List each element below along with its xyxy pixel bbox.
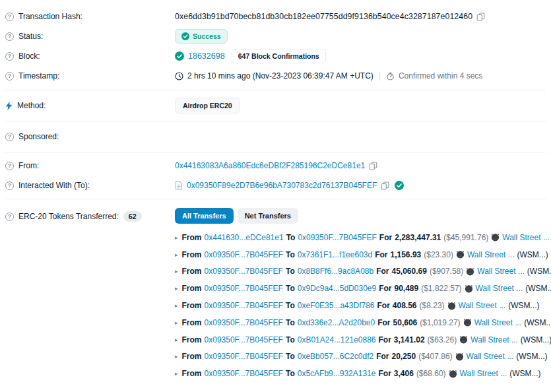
tab-net-transfers[interactable]: Net Transfers xyxy=(238,208,298,224)
for-word: For xyxy=(377,318,390,327)
transfer-row: ▸ From 0x09350F...7B045FEF To 0x9Dc9a4..… xyxy=(175,280,551,297)
transfer-from-address[interactable]: 0x09350F...7B045FEF xyxy=(205,352,283,361)
copy-icon[interactable] xyxy=(381,181,389,190)
transfer-usd-value: ($23.30) xyxy=(424,250,453,259)
transfer-usd-value: ($1,019.27) xyxy=(420,318,460,327)
transfers-list: ▸ From 0x441630...eDCe81e1 To 0x09350F..… xyxy=(175,229,551,382)
transfer-from-address[interactable]: 0x09350F...7B045FEF xyxy=(205,335,283,344)
transfer-from-address[interactable]: 0x09350F...7B045FEF xyxy=(205,267,283,276)
transfer-token-symbol: (WSM...) xyxy=(521,335,551,344)
transfer-from-address[interactable]: 0x09350F...7B045FEF xyxy=(205,301,283,310)
transfer-token-name[interactable]: Wall Street ... xyxy=(474,318,522,327)
transfer-to-address[interactable]: 0xeF0E35...a43Df786 xyxy=(298,301,375,310)
overview-section: ? Transaction Hash: 0xe6dd3b91bd70becb81… xyxy=(5,0,546,90)
transfer-to-address[interactable]: 0x5cAFb9...932A131e xyxy=(298,369,376,378)
transfer-usd-value: ($907.58) xyxy=(430,267,463,276)
token-logo-icon xyxy=(455,352,464,361)
transfer-row: ▸ From 0x09350F...7B045FEF To 0xeF0E35..… xyxy=(175,297,551,314)
expand-caret-icon[interactable]: ▸ xyxy=(175,251,178,258)
transfer-from-address[interactable]: 0x09350F...7B045FEF xyxy=(205,284,283,293)
method-section: Method: Airdrop ERC20 xyxy=(5,90,546,121)
contract-document-icon xyxy=(175,181,183,190)
transfer-token-name[interactable]: Wall Street ... xyxy=(460,369,507,378)
transfer-row: ▸ From 0x09350F...7B045FEF To 0x8B8Ff6..… xyxy=(175,263,551,280)
transfer-to-address[interactable]: 0xd336e2...A2d20be0 xyxy=(298,318,375,327)
from-label: From: xyxy=(18,161,39,170)
from-address-link[interactable]: 0x44163083A6a860Edc6eDBf2F285196C2eDCe81… xyxy=(175,161,365,170)
timestamp-label: Timestamp: xyxy=(18,71,59,81)
help-icon: ? xyxy=(5,162,14,170)
transfer-to-address[interactable]: 0x7361F1...f1ee603d xyxy=(298,250,372,259)
transfer-row: ▸ From 0x441630...eDCe81e1 To 0x09350F..… xyxy=(175,229,551,246)
transfer-from-address[interactable]: 0x09350F...7B045FEF xyxy=(205,318,283,327)
transfer-row: ▸ From 0x09350F...7B045FEF To 0xB01A24..… xyxy=(175,331,551,348)
from-word: From xyxy=(182,335,202,344)
erc20-transfers-section: ? ERC-20 Tokens Transferred: 62 All Tran… xyxy=(5,199,546,382)
transfer-token-name[interactable]: Wall Street ... xyxy=(502,233,550,242)
expand-caret-icon[interactable]: ▸ xyxy=(175,353,178,360)
transfer-token-symbol: (WSM...) xyxy=(508,301,539,310)
transfer-to-address[interactable]: 0x9Dc9a4...5dD030e9 xyxy=(298,284,376,293)
from-label-cell: ? From: xyxy=(5,161,175,170)
copy-icon[interactable] xyxy=(369,162,377,170)
transaction-hash-value: 0xe6dd3b91bd70becb81db30cb182ee07755dd9f… xyxy=(175,12,472,21)
transfer-token-name[interactable]: Wall Street ... xyxy=(459,301,506,310)
to-word: To xyxy=(286,267,295,276)
from-word: From xyxy=(182,301,202,310)
expand-caret-icon[interactable]: ▸ xyxy=(175,319,178,326)
transfer-amount: 20,250 xyxy=(392,352,416,361)
erc20-count-badge: 62 xyxy=(123,211,142,222)
token-logo-icon xyxy=(491,233,500,242)
transfer-row: ▸ From 0x09350F...7B045FEF To 0xeBb057..… xyxy=(175,348,551,366)
transfer-to-address[interactable]: 0x09350F...7B045FEF xyxy=(298,233,376,242)
transfer-token-symbol: (WSM...) xyxy=(524,318,551,327)
timestamp-value: 2 hrs 10 mins ago (Nov-23-2023 06:39:47 … xyxy=(187,71,373,81)
transfer-from-address[interactable]: 0x09350F...7B045FEF xyxy=(205,250,283,259)
to-word: To xyxy=(286,284,295,293)
row-method: Method: Airdrop ERC20 xyxy=(5,96,546,115)
interacted-with-label: Interacted With (To): xyxy=(18,181,90,190)
to-word: To xyxy=(286,369,295,378)
block-confirmations-badge: 647 Block Confirmations xyxy=(232,49,326,63)
for-word: For xyxy=(375,250,387,259)
transfer-token-name[interactable]: Wall Street ... xyxy=(477,267,525,276)
expand-caret-icon[interactable]: ▸ xyxy=(175,285,178,292)
from-word: From xyxy=(182,267,202,276)
token-logo-icon xyxy=(466,267,474,276)
addresses-section: ? From: 0x44163083A6a860Edc6eDBf2F285196… xyxy=(5,152,546,199)
tab-all-transfers[interactable]: All Transfers xyxy=(175,208,234,224)
expand-caret-icon[interactable]: ▸ xyxy=(175,302,178,309)
expand-caret-icon[interactable]: ▸ xyxy=(175,337,178,343)
block-check-circle-icon xyxy=(175,51,184,61)
erc20-transferred-label: ERC-20 Tokens Transferred: xyxy=(18,212,119,221)
token-logo-icon xyxy=(447,302,456,310)
transfer-token-symbol: (WSM...) xyxy=(525,284,551,293)
sponsored-section: ? Sponsored: xyxy=(5,121,546,152)
erc20-label-cell: ? ERC-20 Tokens Transferred: 62 xyxy=(5,211,175,222)
transfer-token-name[interactable]: Wall Street ... xyxy=(467,352,514,361)
transfer-token-name[interactable]: Wall Street ... xyxy=(470,335,518,344)
transfer-to-address[interactable]: 0xeBb057...6C2c0df2 xyxy=(298,352,373,361)
help-icon: ? xyxy=(5,181,14,190)
transfer-from-address[interactable]: 0x441630...eDCe81e1 xyxy=(205,233,284,242)
verified-check-icon xyxy=(395,181,404,190)
expand-caret-icon[interactable]: ▸ xyxy=(175,268,178,275)
expand-caret-icon[interactable]: ▸ xyxy=(175,370,178,377)
from-word: From xyxy=(182,369,202,378)
transfer-from-address[interactable]: 0x09350F...7B045FEF xyxy=(205,369,283,378)
transfer-to-address[interactable]: 0x8B8Ff6...9ac8A08b xyxy=(298,267,373,276)
interacted-with-address-link[interactable]: 0x09350F89e2D7B6e96bA730783c2d76137B045F… xyxy=(187,181,377,190)
transfer-token-name[interactable]: Wall Street ... xyxy=(467,250,515,259)
transfer-amount: 50,606 xyxy=(393,318,418,327)
transfer-usd-value: ($63.26) xyxy=(428,335,457,344)
status-label: Status: xyxy=(18,32,43,41)
transfer-token-name[interactable]: Wall Street ... xyxy=(476,284,523,293)
transaction-hash-label: Transaction Hash: xyxy=(18,12,82,21)
transfer-to-address[interactable]: 0xB01A24...121e0886 xyxy=(298,335,376,344)
timestamp-label-cell: ? Timestamp: xyxy=(5,71,175,81)
block-number-link[interactable]: 18632698 xyxy=(188,51,225,61)
expand-caret-icon[interactable]: ▸ xyxy=(175,234,178,241)
from-word: From xyxy=(182,250,202,259)
row-transaction-hash: ? Transaction Hash: 0xe6dd3b91bd70becb81… xyxy=(5,7,546,26)
copy-icon[interactable] xyxy=(476,13,485,21)
